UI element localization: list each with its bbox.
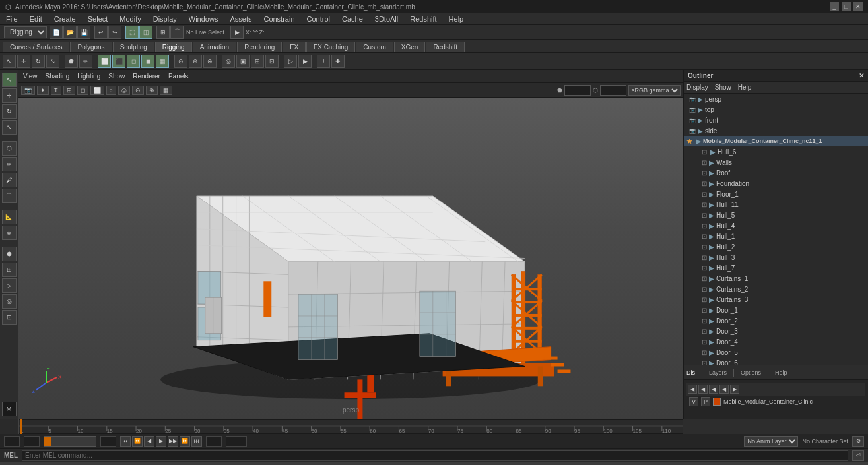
menu-edit[interactable]: Edit: [28, 15, 44, 23]
outliner-item-floor1[interactable]: ⊡ ▶ Floor_1: [684, 189, 868, 199]
tab-xgen[interactable]: XGen: [394, 42, 426, 52]
channel-tab-dis[interactable]: Dis: [686, 369, 695, 376]
value1-input[interactable]: 0.00: [564, 85, 591, 96]
rotate-tool[interactable]: ↻: [32, 55, 45, 68]
outliner-item-front[interactable]: 📷 ▶ front: [684, 115, 868, 125]
measure-vtool[interactable]: 📐: [2, 210, 17, 224]
tab-sculpting[interactable]: Sculpting: [113, 42, 154, 52]
outliner-menu-show[interactable]: Show: [715, 84, 731, 91]
paint-vtool[interactable]: 🖌: [2, 173, 17, 187]
play-start-input[interactable]: 1: [206, 436, 222, 447]
outliner-item-door2[interactable]: ⊡ ▶ Door_2: [684, 315, 868, 326]
layer-p-btn[interactable]: P: [701, 397, 710, 406]
go-start-btn[interactable]: ⏮: [120, 436, 131, 447]
component-vtool[interactable]: ⬡: [2, 141, 17, 156]
value2-input[interactable]: 1.00: [600, 85, 626, 96]
outliner-item-roof[interactable]: ⊡ ▶ Roof: [684, 168, 868, 178]
outliner-item-door3[interactable]: ⊡ ▶ Door_3: [684, 326, 868, 336]
rigging-dropdown[interactable]: Rigging: [4, 26, 47, 38]
vp-show-menu[interactable]: Show: [106, 73, 127, 80]
maya-logo[interactable]: M: [2, 402, 17, 416]
vp-select-btn[interactable]: ✦: [37, 86, 49, 95]
poly-model-2[interactable]: ⬛: [112, 55, 125, 68]
vp-circle-btn[interactable]: ○: [106, 86, 116, 95]
layer-new-btn[interactable]: ◀: [688, 385, 697, 394]
outliner-content[interactable]: 📷 ▶ persp 📷 ▶ top 📷 ▶ front 📷 ▶ side: [684, 94, 868, 365]
outliner-item-hull3[interactable]: ⊡ ▶ Hull_3: [684, 252, 868, 263]
plus-btn[interactable]: ＋: [317, 55, 330, 68]
vp-view-menu[interactable]: View: [21, 73, 40, 80]
range-start-input[interactable]: 1: [24, 436, 40, 447]
menu-help[interactable]: Help: [447, 15, 466, 23]
tab-fx-caching[interactable]: FX Caching: [306, 42, 355, 52]
render-button[interactable]: ▶: [230, 26, 244, 39]
go-end-btn[interactable]: ⏭: [191, 436, 202, 447]
poly-model-3[interactable]: ◻: [127, 55, 140, 68]
play-btn[interactable]: ▶: [156, 436, 166, 447]
outliner-item-hull1[interactable]: ⊡ ▶ Hull_1: [684, 231, 868, 241]
scale-tool[interactable]: ⤡: [46, 55, 59, 68]
tab-rendering[interactable]: Rendering: [237, 42, 282, 52]
cross-btn[interactable]: ✚: [331, 55, 345, 68]
layer-arrow1[interactable]: ◀: [719, 385, 729, 394]
current-frame-input[interactable]: 1: [4, 436, 20, 447]
snap-vtool[interactable]: ✏: [2, 157, 17, 171]
layer-del-btn[interactable]: ◀: [698, 385, 708, 394]
channel-tab-help[interactable]: Help: [775, 369, 787, 376]
poly-model-1[interactable]: ⬜: [98, 55, 111, 68]
render-2[interactable]: ▶: [298, 55, 312, 68]
layer-v-btn[interactable]: V: [689, 397, 698, 406]
undo-button[interactable]: ↩: [94, 26, 108, 39]
channel-tab-layers[interactable]: Layers: [709, 369, 727, 376]
outliner-item-curtains2[interactable]: ⊡ ▶ Curtains_2: [684, 284, 868, 294]
next-key-btn[interactable]: ⏩: [180, 436, 190, 447]
tab-polygons[interactable]: Polygons: [70, 42, 112, 52]
lasso-button[interactable]: ◫: [139, 26, 152, 39]
outliner-menu-help[interactable]: Help: [738, 84, 752, 91]
layer-arrow2[interactable]: ▶: [730, 385, 739, 394]
outliner-item-root[interactable]: ★ ▶ Mobile_Modular_Container_Clinic_nc11…: [684, 136, 868, 146]
tab-fx[interactable]: FX: [283, 42, 306, 52]
prev-frame-btn[interactable]: ◀: [144, 436, 154, 447]
menu-assets[interactable]: Assets: [228, 15, 253, 23]
outliner-item-side[interactable]: 📷 ▶ side: [684, 125, 868, 136]
menu-redshift[interactable]: Redshift: [408, 15, 438, 23]
vp-hud-btn[interactable]: ▦: [160, 86, 172, 95]
outliner-item-door4[interactable]: ⊡ ▶ Door_4: [684, 336, 868, 347]
outliner-item-hull7[interactable]: ⊡ ▶ Hull_7: [684, 263, 868, 273]
menu-windows[interactable]: Windows: [187, 15, 220, 23]
gamma-select[interactable]: sRGB gamma: [628, 85, 681, 96]
outliner-item-door6[interactable]: ⊡ ▶ Door_6: [684, 357, 868, 365]
mel-input[interactable]: [22, 450, 848, 461]
poly-model-4[interactable]: ◼: [141, 55, 154, 68]
window-controls[interactable]: _ □ ✕: [830, 2, 863, 11]
viewport-3d[interactable]: persp X Y Z: [18, 98, 683, 419]
vp-smooth-btn[interactable]: ⬜: [90, 86, 104, 95]
isolate-btn[interactable]: ◎: [222, 55, 235, 68]
vp-type-btn[interactable]: T: [51, 86, 61, 95]
maximize-button[interactable]: □: [842, 2, 851, 11]
tab-custom[interactable]: Custom: [356, 42, 393, 52]
open-button[interactable]: 📂: [63, 26, 77, 39]
vp-panels-menu[interactable]: Panels: [166, 73, 191, 80]
layer-opts-btn[interactable]: ◀: [709, 385, 718, 394]
channel-tab-options[interactable]: Options: [741, 369, 761, 376]
outliner-item-hull4[interactable]: ⊡ ▶ Hull_4: [684, 220, 868, 231]
outliner-item-door5[interactable]: ⊡ ▶ Door_5: [684, 347, 868, 357]
render-1[interactable]: ▷: [284, 55, 297, 68]
char-set-settings-btn[interactable]: ⚙: [852, 436, 864, 447]
layer-item[interactable]: V P Mobile_Modular_Container_Clinic: [686, 396, 865, 408]
close-button[interactable]: ✕: [853, 2, 863, 11]
tab-rigging[interactable]: Rigging: [155, 42, 192, 52]
vp-grid-btn[interactable]: ⊞: [63, 86, 75, 95]
outliner-item-curtains1[interactable]: ⊡ ▶ Curtains_1: [684, 273, 868, 284]
tab-redshift[interactable]: Redshift: [426, 42, 465, 52]
snap-grid-button[interactable]: ⊞: [156, 26, 170, 39]
display-1[interactable]: ▣: [236, 55, 250, 68]
play-forward-btn[interactable]: ▶▶: [168, 436, 178, 447]
outliner-item-walls[interactable]: ⊡ ▶ Walls: [684, 157, 868, 168]
poly-model-5[interactable]: ▦: [156, 55, 169, 68]
outliner-item-top[interactable]: 📷 ▶ top: [684, 104, 868, 115]
vp-render-q-btn[interactable]: ◎: [118, 86, 130, 95]
select-tool[interactable]: ↖: [3, 55, 16, 68]
